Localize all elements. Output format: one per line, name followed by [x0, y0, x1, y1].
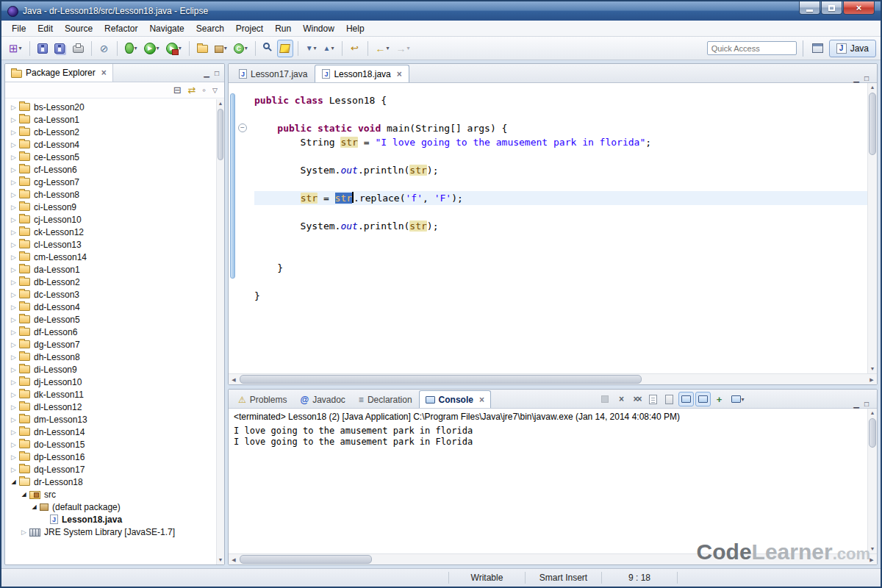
minimize-view-button[interactable]: ▁: [204, 69, 209, 77]
expand-arrow-icon[interactable]: ▷: [9, 466, 18, 473]
dropdown-arrow-icon[interactable]: ▾: [742, 396, 745, 403]
collapse-all-button[interactable]: ⊟: [173, 85, 182, 96]
dropdown-arrow-icon[interactable]: ▾: [245, 45, 248, 51]
expand-arrow-icon[interactable]: ▷: [9, 304, 18, 311]
tree-item[interactable]: ▷dl-Lesson12: [5, 401, 224, 413]
tree-item[interactable]: ▷df-Lesson6: [5, 326, 224, 338]
open-console-button[interactable]: ▾: [728, 392, 747, 406]
tree-item[interactable]: ◢dr-Lesson18: [5, 476, 224, 488]
expand-arrow-icon[interactable]: ▷: [9, 266, 18, 273]
tab-problems[interactable]: ⚠Problems: [232, 390, 293, 408]
tree-item[interactable]: Lesson18.java: [5, 513, 224, 526]
code-line[interactable]: }: [254, 261, 867, 275]
tree-item[interactable]: ▷dj-Lesson10: [5, 376, 224, 388]
expand-arrow-icon[interactable]: ▷: [9, 329, 18, 336]
expand-arrow-icon[interactable]: ▷: [9, 204, 18, 211]
console-vertical-scrollbar[interactable]: ▲ ▼: [867, 409, 877, 553]
menu-navigate[interactable]: Navigate: [143, 21, 190, 36]
explorer-vertical-scrollbar[interactable]: ▲ ▼: [216, 99, 224, 564]
menu-file[interactable]: File: [6, 21, 32, 36]
expand-arrow-icon[interactable]: ▷: [9, 229, 18, 236]
tree-item[interactable]: ▷di-Lesson9: [5, 363, 224, 376]
maximize-view-button[interactable]: □: [864, 400, 869, 408]
console-text[interactable]: <terminated> Lesson18 (2) [Java Applicat…: [229, 409, 867, 553]
menu-window[interactable]: Window: [297, 21, 340, 36]
java-perspective-button[interactable]: J Java: [829, 40, 876, 57]
scrollbar-thumb[interactable]: [218, 109, 223, 160]
expand-arrow-icon[interactable]: ▷: [9, 116, 18, 123]
expand-arrow-icon[interactable]: ▷: [9, 429, 18, 436]
forward-button[interactable]: →▾: [393, 40, 413, 57]
tree-item[interactable]: ◢src: [5, 488, 224, 501]
expand-arrow-icon[interactable]: ▷: [9, 191, 18, 198]
expand-arrow-icon[interactable]: ▷: [9, 129, 18, 136]
code-line[interactable]: public class Lesson18 {: [254, 93, 867, 107]
dropdown-arrow-icon[interactable]: ▾: [179, 45, 182, 51]
collapse-arrow-icon[interactable]: ◢: [19, 491, 29, 498]
code-line[interactable]: [254, 247, 867, 261]
tree-item[interactable]: ▷cf-Lesson6: [5, 163, 224, 176]
code-line[interactable]: System.out.println(str);: [254, 163, 867, 177]
expand-arrow-icon[interactable]: ▷: [9, 279, 18, 286]
expand-arrow-icon[interactable]: ▷: [9, 241, 18, 248]
menu-edit[interactable]: Edit: [32, 21, 59, 36]
code-line[interactable]: public static void main(String[] args) {: [254, 121, 867, 135]
maximize-editor-button[interactable]: □: [864, 74, 869, 82]
code-line[interactable]: String str = "I love going to the amusem…: [254, 135, 867, 149]
dropdown-arrow-icon[interactable]: ▾: [135, 45, 137, 51]
show-stdout-button[interactable]: [678, 392, 694, 406]
maximize-view-button[interactable]: □: [215, 69, 219, 77]
dropdown-arrow-icon[interactable]: ▾: [314, 45, 317, 51]
scroll-left-icon[interactable]: ◀: [229, 554, 239, 564]
editor-horizontal-scrollbar[interactable]: ◀ ▶: [229, 373, 877, 384]
code-line[interactable]: [254, 107, 867, 121]
tree-item[interactable]: ▷de-Lesson5: [5, 313, 224, 326]
expand-arrow-icon[interactable]: ▷: [19, 528, 29, 536]
tree-item[interactable]: ▷cb-Lesson2: [5, 126, 224, 138]
dropdown-arrow-icon[interactable]: ▾: [331, 45, 334, 51]
expand-arrow-icon[interactable]: ▷: [9, 104, 18, 111]
expand-arrow-icon[interactable]: ▷: [9, 316, 18, 323]
tree-item[interactable]: ▷dp-Lesson16: [5, 451, 224, 463]
tree-item[interactable]: ▷cm-Lesson14: [5, 251, 224, 263]
expand-arrow-icon[interactable]: ▷: [9, 453, 18, 461]
save-all-button[interactable]: [51, 40, 69, 57]
title-bar[interactable]: Java - dr-Lesson18/src/Lesson18.java - E…: [1, 1, 881, 21]
scroll-up-icon[interactable]: ▲: [868, 409, 877, 417]
tree-item[interactable]: ▷ck-Lesson12: [5, 226, 224, 238]
expand-arrow-icon[interactable]: ▷: [9, 291, 18, 298]
editor-body[interactable]: − public class Lesson18 { public static …: [229, 83, 877, 373]
expand-arrow-icon[interactable]: ▷: [9, 141, 18, 148]
tab-javadoc[interactable]: @Javadoc: [293, 390, 351, 408]
clear-console-button[interactable]: [646, 392, 661, 406]
collapse-arrow-icon[interactable]: ◢: [9, 478, 18, 485]
minimize-editor-button[interactable]: ▁: [853, 74, 859, 82]
terminate-button[interactable]: [598, 392, 612, 406]
menu-refactor[interactable]: Refactor: [98, 21, 143, 36]
expand-arrow-icon[interactable]: ▷: [9, 254, 18, 261]
code-area[interactable]: public class Lesson18 { public static vo…: [251, 83, 867, 373]
expand-arrow-icon[interactable]: ▷: [9, 216, 18, 223]
scrollbar-thumb[interactable]: [869, 418, 876, 448]
tree-item[interactable]: ▷cd-Lesson4: [5, 138, 224, 151]
scrollbar-thumb[interactable]: [240, 375, 642, 384]
editor-tab-lesson18-java[interactable]: Lesson18.java×: [315, 65, 409, 82]
tab-console[interactable]: Console×: [419, 390, 491, 408]
remove-all-launches-button[interactable]: ××: [630, 392, 645, 406]
pin-console-button[interactable]: +: [712, 392, 727, 406]
new-package-button[interactable]: ▾: [212, 40, 230, 57]
new-java-project-button[interactable]: [194, 40, 211, 57]
minimize-window-button[interactable]: [799, 1, 820, 15]
scroll-up-icon[interactable]: ▲: [217, 99, 224, 108]
expand-arrow-icon[interactable]: ▷: [9, 416, 18, 423]
print-button[interactable]: [70, 40, 87, 57]
code-line[interactable]: }: [254, 289, 867, 303]
expand-arrow-icon[interactable]: ▷: [9, 341, 18, 348]
show-stderr-button[interactable]: [695, 392, 711, 406]
tree-item[interactable]: ▷db-Lesson2: [5, 276, 224, 288]
dropdown-arrow-icon[interactable]: ▾: [407, 45, 410, 51]
tree-item[interactable]: ▷da-Lesson1: [5, 263, 224, 276]
focus-button[interactable]: ◦: [202, 85, 206, 96]
mark-occurrences-button[interactable]: [277, 40, 293, 57]
tree-item[interactable]: ▷ca-Lesson1: [5, 113, 224, 126]
